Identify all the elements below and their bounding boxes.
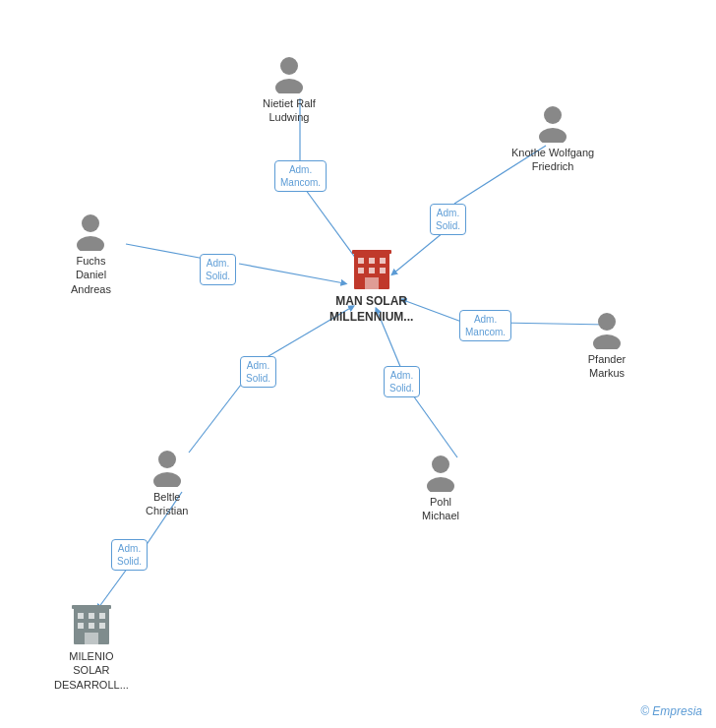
svg-line-4: [126, 244, 205, 259]
badge-b1[interactable]: Adm.Mancom.: [274, 160, 327, 192]
building-icon-main: [352, 248, 391, 291]
badge-b4[interactable]: Adm.Mancom.: [459, 310, 511, 341]
svg-rect-37: [78, 613, 84, 619]
nietiet-node[interactable]: Nietiet RalfLudwing: [263, 54, 316, 125]
badge-b6[interactable]: Adm.Solid.: [384, 366, 420, 397]
svg-point-29: [598, 313, 616, 331]
svg-point-26: [539, 128, 567, 143]
svg-point-31: [158, 451, 176, 468]
milenio-node[interactable]: MILENIOSOLARDESARROLL...: [54, 603, 129, 692]
fuchs-node[interactable]: FuchsDanielAndreas: [71, 212, 111, 296]
fuchs-label: FuchsDanielAndreas: [71, 254, 111, 296]
graph-container: MAN SOLARMILLENNIUM... Nietiet RalfLudwi…: [0, 0, 716, 728]
svg-point-32: [153, 472, 181, 487]
person-icon-pohl: [421, 453, 460, 492]
svg-rect-22: [365, 277, 379, 289]
svg-rect-36: [72, 605, 111, 609]
svg-point-23: [280, 57, 298, 75]
svg-rect-18: [380, 258, 386, 264]
svg-point-30: [593, 334, 621, 349]
svg-point-25: [544, 106, 562, 124]
person-icon-pfander: [587, 310, 626, 349]
svg-point-34: [427, 477, 454, 492]
badge-b3[interactable]: Adm.Solid.: [200, 254, 236, 285]
person-icon-knothe: [533, 103, 572, 143]
nietiet-label: Nietiet RalfLudwing: [263, 96, 316, 125]
badge-b7[interactable]: Adm.Solid.: [111, 539, 148, 571]
svg-rect-15: [352, 250, 391, 254]
person-icon-nietiet: [269, 54, 309, 93]
beltle-label: BeltleChristian: [146, 490, 188, 518]
svg-line-5: [239, 264, 344, 283]
svg-point-28: [77, 236, 104, 251]
svg-rect-43: [85, 633, 98, 644]
svg-rect-20: [369, 268, 375, 273]
pfander-label: PfanderMarkus: [588, 352, 626, 381]
svg-rect-17: [369, 258, 375, 264]
badge-b5[interactable]: Adm.Solid.: [240, 356, 276, 388]
building-icon-milenio: [72, 603, 111, 646]
pfander-node[interactable]: PfanderMarkus: [587, 310, 626, 381]
svg-rect-40: [78, 623, 84, 629]
svg-point-27: [82, 214, 99, 232]
pohl-label: PohlMichael: [422, 495, 459, 523]
knothe-node[interactable]: Knothe WolfgangFriedrich: [511, 103, 594, 174]
knothe-label: Knothe WolfgangFriedrich: [511, 146, 594, 174]
svg-rect-42: [99, 623, 105, 629]
svg-rect-41: [89, 623, 94, 629]
person-icon-beltle: [148, 448, 187, 487]
main-company-label: MAN SOLARMILLENNIUM...: [329, 294, 413, 325]
svg-point-33: [432, 455, 449, 473]
beltle-node[interactable]: BeltleChristian: [146, 448, 188, 518]
milenio-label: MILENIOSOLARDESARROLL...: [54, 649, 129, 692]
svg-rect-38: [89, 613, 94, 619]
svg-rect-16: [358, 258, 364, 264]
person-icon-fuchs: [71, 212, 110, 251]
svg-line-10: [408, 389, 457, 457]
svg-rect-21: [380, 268, 386, 273]
watermark: © Empresia: [640, 704, 702, 718]
pohl-node[interactable]: PohlMichael: [421, 453, 460, 523]
badge-b2[interactable]: Adm.Solid.: [430, 204, 466, 235]
svg-rect-39: [99, 613, 105, 619]
svg-rect-19: [358, 268, 364, 273]
svg-point-24: [275, 79, 303, 93]
main-company-node[interactable]: MAN SOLARMILLENNIUM...: [329, 248, 413, 325]
